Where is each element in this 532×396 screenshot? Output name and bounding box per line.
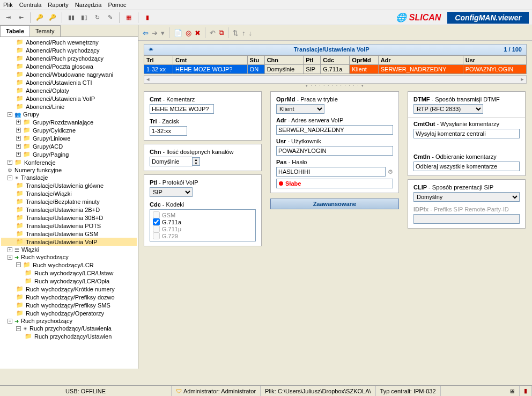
dtmf-select[interactable]: RTP (RFC 2833) xyxy=(413,104,483,114)
tree-item[interactable]: +📁Grupy/Rozdzwaniające xyxy=(1,118,137,126)
col-header[interactable]: Adr xyxy=(378,56,463,65)
tab-tabele[interactable]: Tabele xyxy=(0,25,30,36)
down-icon[interactable]: ↓ xyxy=(249,29,253,37)
cell-oprmd[interactable]: Klient xyxy=(350,65,378,74)
undo-icon[interactable]: ↶ xyxy=(210,29,216,37)
menu-centrala[interactable]: Centrala xyxy=(19,2,42,8)
expand-icon[interactable]: + xyxy=(16,144,21,149)
nav-back-icon[interactable]: ⇦ xyxy=(143,29,149,37)
delete-icon[interactable]: ✖ xyxy=(195,29,201,37)
status-ico-1[interactable]: 🖥 xyxy=(505,386,520,396)
tree-item[interactable]: 📁Abonenci/Ruch wewnętrzny xyxy=(1,38,137,46)
expand-icon[interactable]: + xyxy=(16,128,21,133)
chn-spinner[interactable]: ▲▼ xyxy=(193,157,200,166)
tree-item[interactable]: +📁Konferencje xyxy=(1,158,137,166)
collapse-icon[interactable]: − xyxy=(16,326,21,331)
cell-stu[interactable]: ON xyxy=(247,65,264,74)
expand-icon[interactable]: + xyxy=(8,247,12,252)
tree-item[interactable]: −✴Ruch przychodzący/Ustawienia xyxy=(1,325,137,332)
tree-item[interactable]: 📁Abonenci/Opłaty xyxy=(1,86,137,94)
col-header[interactable]: Trl xyxy=(144,56,173,65)
cmtout-input[interactable] xyxy=(413,129,520,138)
cell-chn[interactable]: Domyślnie xyxy=(264,65,303,74)
tree-item[interactable]: +📁Grupy/Cykliczne xyxy=(1,126,137,134)
cell-usr[interactable]: POWAZNYLOGIN xyxy=(463,65,526,74)
tree-item[interactable]: 📁Translacje/Ustawienia główne xyxy=(1,181,137,189)
expand-icon[interactable]: + xyxy=(8,160,12,165)
tree-item[interactable]: −➜Ruch przychodzący xyxy=(1,317,137,325)
chn-input[interactable] xyxy=(150,157,193,166)
col-header[interactable]: Ptl xyxy=(304,56,321,65)
data-grid[interactable]: TrlCmtStuChnPtlCdcOprMdAdrUsr 1-32:xx HE… xyxy=(144,55,527,74)
col-header[interactable]: Stu xyxy=(247,56,264,65)
tree-item[interactable]: 📁Ruch wychodzący/LCR/Opła xyxy=(1,277,137,285)
table-row[interactable]: 1-32:xx HEHE MOZE WOJP? ON Domyślnie SIP… xyxy=(144,65,527,74)
codec-listbox[interactable]: GSMG.711aG.711µG.729 xyxy=(150,209,256,241)
trl-input[interactable] xyxy=(150,126,187,136)
clip-select[interactable]: Domyślny xyxy=(413,192,520,202)
tree-item[interactable]: −📁Ruch wychodzący/LCR xyxy=(1,261,137,269)
collapse-icon[interactable]: − xyxy=(8,255,12,260)
tree-item[interactable]: 📁Ruch wychodzący/Prefiksy dozwo xyxy=(1,293,137,301)
status-ico-2[interactable]: ▮ xyxy=(520,386,532,396)
collapse-icon[interactable]: − xyxy=(8,175,12,180)
h-scrollbar[interactable]: ◂▸ xyxy=(144,75,527,84)
codec-checkbox[interactable] xyxy=(153,218,160,225)
tree-item[interactable]: 📁Abonenci/Ruch wychodzący xyxy=(1,46,137,54)
tree-item[interactable]: 📁Translacje/Ustawienia GSM xyxy=(1,230,137,238)
tool-icon-7[interactable]: ↻ xyxy=(92,13,102,23)
menu-plik[interactable]: Plik xyxy=(3,2,13,8)
up-icon[interactable]: ↑ xyxy=(242,29,246,37)
expand-icon[interactable]: + xyxy=(16,152,21,157)
tree-item[interactable]: 📁Abonenci/Ruch przychodzący xyxy=(1,54,137,62)
col-header[interactable]: Chn xyxy=(264,56,303,65)
ptl-select[interactable]: SIP xyxy=(150,187,193,197)
codec-checkbox[interactable] xyxy=(153,211,160,218)
tree-item[interactable]: 📁Ruch wychodzący/Krótkie numery xyxy=(1,285,137,293)
tab-tematy[interactable]: Tematy xyxy=(29,25,60,36)
tree-item[interactable]: 📁Abonenci/Poczta głosowa xyxy=(1,62,137,70)
collapse-icon[interactable]: − xyxy=(16,262,21,267)
collapse-icon[interactable]: − xyxy=(8,319,12,324)
codec-checkbox[interactable] xyxy=(153,225,160,232)
codec-checkbox[interactable] xyxy=(153,232,160,239)
tool-icon-1[interactable]: ⇥ xyxy=(3,13,13,23)
col-header[interactable]: Usr xyxy=(463,56,526,65)
expand-icon[interactable]: + xyxy=(16,120,21,124)
tree-item[interactable]: −➜Ruch wychodzący xyxy=(1,253,137,261)
usr-input[interactable] xyxy=(276,146,393,156)
cmt-input[interactable] xyxy=(150,104,214,114)
tree-item[interactable]: 📁Ruch przychodzący/Ustawien xyxy=(1,332,137,340)
tree-item[interactable]: +📁Grupy/Liniowe xyxy=(1,134,137,142)
tree-item[interactable]: 📁Ruch wychodzący/Prefiksy SMS xyxy=(1,301,137,309)
pas-reveal-icon[interactable]: ⚙ xyxy=(388,168,393,175)
tool-icon-10[interactable]: ▮ xyxy=(143,13,152,23)
menu-narzedzia[interactable]: Narzędzia xyxy=(75,2,102,8)
tool-icon-9[interactable]: ▦ xyxy=(124,13,134,23)
nav-dd-icon[interactable]: ▾ xyxy=(161,29,165,37)
col-header[interactable]: Cdc xyxy=(321,56,350,65)
tree-item[interactable]: 📁Abonenci/Ustawienia VoIP xyxy=(1,94,137,102)
redo-icon[interactable]: ⧉ xyxy=(219,28,224,37)
tree-item[interactable]: 📁Translacje/Ustawienia 2B+D xyxy=(1,206,137,214)
expand-icon[interactable]: + xyxy=(16,136,21,141)
tool-icon-5[interactable]: ▮▮ xyxy=(66,13,76,23)
tree-item[interactable]: 📁Abonenci/Linie xyxy=(1,102,137,111)
advanced-button[interactable]: Zaawansowane xyxy=(270,199,399,209)
tool-icon-3[interactable]: 🔑 xyxy=(35,13,45,23)
cell-cdc[interactable]: G.711a xyxy=(321,65,350,74)
adr-input[interactable] xyxy=(276,125,393,135)
codec-item[interactable]: G.711µ xyxy=(153,225,253,232)
tree-item[interactable]: +📁Grupy/Paging xyxy=(1,150,137,158)
menu-pomoc[interactable]: Pomoc xyxy=(108,2,126,8)
key-icon[interactable]: 🔑 xyxy=(48,13,57,23)
cell-ptl[interactable]: SIP xyxy=(304,65,321,74)
menu-raporty[interactable]: Raporty xyxy=(48,2,69,8)
tree-item[interactable]: ⚙Numery funkcyjne xyxy=(1,166,137,174)
tree-item[interactable]: 📁Abonenci/Wbudowane nagrywani xyxy=(1,70,137,78)
pas-input[interactable] xyxy=(276,167,386,177)
tree-item[interactable]: 📁Translacje/Wiązki xyxy=(1,189,137,197)
doc-icon[interactable]: 📄 xyxy=(174,29,182,37)
collapse-icon[interactable]: − xyxy=(8,112,12,117)
col-header[interactable]: Cmt xyxy=(173,56,247,65)
